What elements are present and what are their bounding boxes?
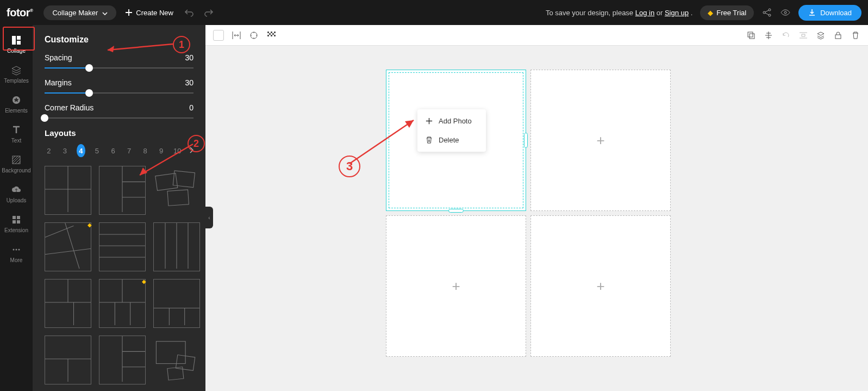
svg-rect-57 [267,35,269,36]
undo-button[interactable] [184,8,194,17]
svg-rect-53 [271,32,272,33]
nav-extension[interactable]: Extension [0,209,33,239]
layout-tabs-next[interactable] [189,146,193,156]
login-link[interactable]: Log in [635,9,654,17]
svg-rect-52 [267,32,269,33]
star-icon [11,95,22,105]
resize-handle-bottom[interactable] [448,209,464,213]
svg-point-14 [16,249,17,251]
corner-slider[interactable] [45,117,193,119]
plus-icon [425,117,433,125]
resize-handle-right[interactable] [524,133,528,148]
logo: fotor® [7,7,33,19]
rotate-icon[interactable] [781,30,791,40]
copy-icon[interactable] [746,30,756,40]
collage-icon [11,35,22,46]
create-new-button[interactable]: Create New [125,9,173,17]
ratio-icon[interactable] [249,30,259,40]
layers-icon [11,65,22,76]
svg-point-1 [769,9,771,11]
spacing-icon[interactable] [232,30,241,40]
corner-value: 0 [189,103,193,112]
customize-panel: Customize Spacing30 Margins30 Corner Rad… [33,25,205,391]
svg-rect-5 [17,36,21,40]
svg-rect-62 [835,35,841,39]
layout-tab-5[interactable]: 5 [93,144,102,157]
preview-icon[interactable] [780,7,791,18]
free-trial-button[interactable]: ◆ Free Trial [700,5,754,20]
save-message: To save your design, please Log in or Si… [546,9,692,17]
nav-elements[interactable]: Elements [0,89,33,119]
share-icon[interactable] [761,7,772,18]
trash-icon [425,136,433,144]
layout-thumb[interactable]: ◆ [99,279,146,328]
nav-more[interactable]: More [0,239,33,269]
spacing-value: 30 [185,53,193,62]
signup-link[interactable]: Sign up [665,9,689,17]
spacing-label: Spacing [45,53,72,62]
pattern-icon[interactable] [266,30,276,40]
layout-thumb[interactable] [153,279,200,328]
left-nav: Collage Templates Elements Text Backgrou… [0,25,33,391]
layout-tab-7[interactable]: 7 [125,144,134,157]
canvas-toolbar [205,25,868,46]
delete-item[interactable]: Delete [417,131,486,150]
spacing-slider[interactable] [45,67,193,69]
collage-cell-3[interactable]: + [386,215,526,357]
plus-icon: + [596,278,604,295]
fill-color-swatch[interactable] [213,30,224,41]
layout-tab-6[interactable]: 6 [109,144,117,157]
layout-tab-9[interactable]: 9 [157,144,166,157]
diamond-icon: ◆ [708,9,713,17]
add-photo-item[interactable]: Add Photo [417,111,486,131]
layout-thumb[interactable] [45,279,91,328]
layout-grid: ◆ ◆ [45,166,193,376]
plus-icon [125,9,133,16]
text-icon [11,125,22,135]
plus-icon: + [596,132,604,149]
layers-icon[interactable] [816,30,826,40]
collage-cell-4[interactable]: + [530,215,671,357]
layout-thumb[interactable] [153,336,200,384]
svg-point-3 [784,11,786,14]
layout-thumb[interactable] [153,166,200,215]
margins-slider[interactable] [45,92,193,94]
layout-tab-2[interactable]: 2 [45,144,53,157]
nav-background[interactable]: Background [0,149,33,179]
layout-thumb[interactable] [99,166,146,215]
nav-uploads[interactable]: Uploads [0,179,33,209]
layout-tab-3[interactable]: 3 [61,144,70,157]
layout-thumb[interactable] [153,222,200,271]
layout-thumb[interactable] [99,222,146,271]
dots-icon [11,244,22,255]
trash-icon[interactable] [851,30,860,40]
svg-rect-12 [17,220,20,224]
svg-rect-6 [17,41,21,45]
lock-icon[interactable] [833,30,843,40]
svg-point-0 [763,11,765,14]
layouts-title: Layouts [45,128,193,138]
svg-rect-61 [750,34,754,39]
layout-thumb[interactable] [45,166,91,215]
distribute-icon[interactable] [798,30,808,40]
nav-collage[interactable]: Collage [0,29,33,59]
layout-thumb[interactable]: ◆ [45,222,91,271]
svg-line-24 [45,226,74,237]
redo-button[interactable] [204,8,214,17]
layout-thumb[interactable] [99,336,146,384]
svg-line-25 [65,223,79,269]
collage-cell-2[interactable]: + [530,70,671,211]
layout-tab-10[interactable]: 10 [173,144,182,157]
align-icon[interactable] [764,30,773,40]
layout-tab-4[interactable]: 4 [77,144,85,157]
panel-collapse-button[interactable]: ‹ [205,207,213,228]
layout-thumb[interactable] [45,336,91,384]
mode-dropdown[interactable]: Collage Maker [43,5,116,20]
margins-label: Margins [45,78,72,87]
nav-text[interactable]: Text [0,119,33,149]
layout-tab-8[interactable]: 8 [141,144,149,157]
svg-point-15 [18,249,20,251]
download-button[interactable]: Download [798,5,861,21]
nav-templates[interactable]: Templates [0,59,33,89]
hatch-icon [11,154,22,165]
